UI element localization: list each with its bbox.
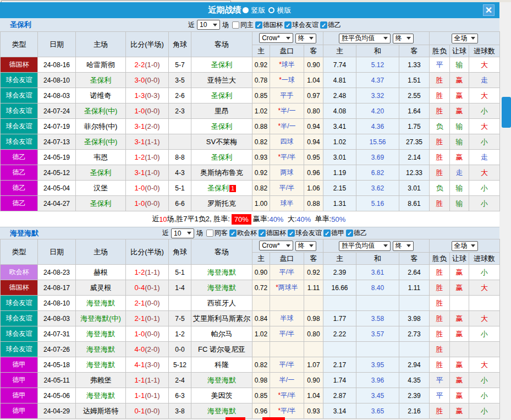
full-score: 1-2 xyxy=(134,153,145,161)
avg-home: 2.39 xyxy=(323,265,356,280)
odds-away: 0.96 xyxy=(304,165,323,181)
avg-stage-select[interactable]: 终 xyxy=(393,34,414,43)
summary-near: 近 xyxy=(152,214,159,224)
handicap-cell: 平/半 xyxy=(270,326,304,342)
corner-cell: 5-7 xyxy=(169,57,191,73)
match-count-select-value: 10 xyxy=(174,230,181,237)
league-checkbox-0[interactable]: ✓ xyxy=(255,21,262,29)
league-checkbox-2[interactable]: ✓ xyxy=(288,230,295,237)
league-checkbox-2[interactable]: ✓ xyxy=(320,21,327,29)
match-row: 德乙24-05-12圣保利3-1(1-0)4-3奥斯纳布鲁克0.92两球0.96… xyxy=(1,165,500,181)
avg-draw-value: 4.36 xyxy=(371,123,384,130)
league-checkbox-4[interactable]: ✓ xyxy=(346,230,353,237)
col-score: 比分(半场) xyxy=(126,32,169,57)
league-checkbox-3[interactable]: ✓ xyxy=(323,230,331,237)
goals-result-cell: 走 xyxy=(469,150,500,165)
match-type: 球会友谊 xyxy=(1,73,38,88)
match-date: 24-05-19 xyxy=(38,150,76,165)
odds-stage-select[interactable]: 终 xyxy=(295,241,316,251)
summary-count: 10 xyxy=(159,215,167,223)
avg-away: 12.33 xyxy=(399,165,430,181)
goals-result-cell: 大 xyxy=(469,280,500,296)
league-checkbox-1[interactable]: ✓ xyxy=(259,230,266,237)
league-label-4: 德乙 xyxy=(354,228,367,238)
bookmaker-select[interactable]: Crow* xyxy=(259,241,293,250)
odds-home: 1.00 xyxy=(252,196,270,211)
same-checkbox[interactable] xyxy=(206,230,213,237)
avg-stage-select[interactable]: 终 xyxy=(393,241,414,251)
handicap-cell: 两球 xyxy=(270,165,304,181)
home-team: 海登海默 xyxy=(76,342,126,357)
avg-away: 1.75 xyxy=(399,119,430,134)
goals-result-cell: 小 xyxy=(469,326,500,342)
corner-cell: 0-0 xyxy=(169,342,191,357)
avg-select[interactable]: 胜平负均值 xyxy=(339,241,391,251)
odds-away: 0.88 xyxy=(304,196,323,211)
match-count-select[interactable]: 10 xyxy=(197,20,220,30)
league-checkbox-1[interactable]: ✓ xyxy=(284,21,292,29)
odds-stage-select[interactable]: 终 xyxy=(295,34,316,43)
full-score: 1-0 xyxy=(134,199,145,208)
col-away: 客场 xyxy=(191,239,252,265)
half-score: (1-1) xyxy=(145,138,160,146)
odds-home: 0.92 xyxy=(252,57,270,73)
chevron-down-icon xyxy=(286,37,290,40)
handicap-cell: *球半 xyxy=(270,57,304,73)
match-type: 德甲 xyxy=(1,388,38,403)
full-score: 1-0 xyxy=(134,107,145,115)
odds-away: 0.94 xyxy=(304,134,323,150)
handicap-result-cell: 输 xyxy=(450,134,469,150)
subcol-0: 主 xyxy=(252,45,270,57)
half-score: (1-1) xyxy=(145,376,160,384)
avg-draw-value: 3.69 xyxy=(371,154,384,161)
match-row: 德乙24-05-04汉堡1-0(0-0)5-1圣保利10.82平/半1.062.… xyxy=(1,181,500,196)
score-cell: 3-1(1-1) xyxy=(126,134,169,150)
same-checkbox[interactable] xyxy=(232,21,239,29)
full-score: 2-2 xyxy=(134,61,145,69)
away-team: 艾里斯利马斯素尔 xyxy=(191,311,252,326)
full-score: 0-1 xyxy=(134,407,145,415)
radio-horizontal[interactable] xyxy=(268,7,274,13)
handicap-value: 平/半 xyxy=(281,153,295,161)
goals-result-cell xyxy=(469,296,500,311)
avg-draw-value: 3.61 xyxy=(371,269,384,276)
corner-cell xyxy=(169,134,191,150)
half-score: (0-0) xyxy=(145,199,160,208)
scrollbar-thumb[interactable] xyxy=(502,97,511,128)
league-checkbox-0[interactable]: ✓ xyxy=(229,230,237,237)
bookmaker-select[interactable]: Crow* xyxy=(259,33,293,43)
odds-stage-select-value: 终 xyxy=(298,241,305,250)
bookmaker-select-value: Crow* xyxy=(262,34,280,42)
scope-select[interactable]: 全场 xyxy=(452,34,478,43)
handicap-result-cell: 赢 xyxy=(450,150,469,165)
score-cell: 4-1(3-0) xyxy=(126,357,169,373)
half-score: (1-1) xyxy=(145,268,160,276)
handicap-value: 两球 xyxy=(281,168,294,176)
handicap-result-cell: 赢 xyxy=(450,326,469,342)
goals-result-cell: 大 xyxy=(469,57,500,73)
home-team-name: 圣保利 xyxy=(90,168,112,177)
match-row: 德乙24-05-19韦恩1-2(1-0)8-8圣保利0.93*平/半0.953.… xyxy=(1,150,500,165)
result-cell: 胜 xyxy=(430,134,450,150)
league-label-1: 德国杯 xyxy=(266,228,286,238)
summary-value-1: 40% xyxy=(296,215,311,223)
handicap-cell: 半/一 xyxy=(270,373,304,388)
avg-select[interactable]: 胜平负均值 xyxy=(339,34,391,43)
match-count-select[interactable]: 10 xyxy=(171,228,194,238)
full-score: 1-2 xyxy=(134,268,145,276)
avg-draw-value: 5.12 xyxy=(371,61,384,69)
close-button[interactable]: ✕ xyxy=(483,4,494,16)
away-team-name: 科隆 xyxy=(215,361,229,369)
goals-result-cell: 大 xyxy=(469,357,500,373)
recent-results-dialog: 近期战绩 竖版 横版 ✕ 圣保利近10场同主✓德国杯✓球会友谊✓德乙类型日期主场… xyxy=(0,0,511,420)
radio-vertical[interactable] xyxy=(243,7,249,13)
corner-cell: 5-12 xyxy=(169,357,191,373)
goals-result-cell: 大 xyxy=(469,119,500,134)
result-cell: 平 xyxy=(430,373,450,388)
scope-select[interactable]: 全场 xyxy=(452,241,478,251)
away-team-name: 罗斯托克 xyxy=(207,199,236,208)
score-cell: 0-4(0-1) xyxy=(126,280,169,296)
avg-away: 27.35 xyxy=(399,134,430,150)
goals-result-cell: 小 xyxy=(469,265,500,280)
avg-group-header: 胜平负均值 终 xyxy=(323,32,430,45)
